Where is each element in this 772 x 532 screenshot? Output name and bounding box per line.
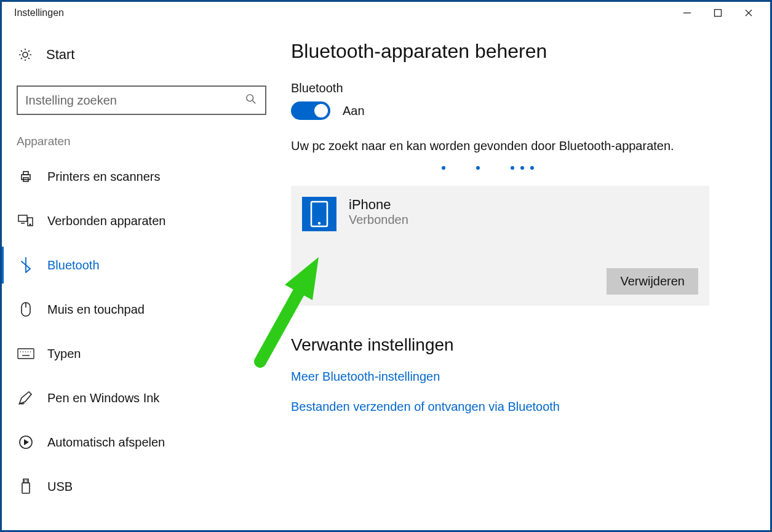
sidebar-item-mouse-touchpad[interactable]: Muis en touchpad	[2, 287, 279, 332]
sidebar-item-label: Muis en touchpad	[47, 303, 145, 317]
page-title: Bluetooth-apparaten beheren	[291, 40, 733, 63]
devices-icon	[17, 214, 35, 228]
sidebar-item-label: Typen	[47, 347, 81, 361]
keyboard-icon	[17, 348, 35, 359]
close-icon	[744, 9, 753, 17]
device-status: Verbonden	[349, 213, 408, 227]
sidebar-item-label: Automatisch afspelen	[47, 435, 165, 450]
svg-point-12	[30, 224, 31, 225]
bluetooth-icon	[17, 257, 35, 273]
mouse-icon	[17, 301, 35, 317]
link-more-bluetooth-settings[interactable]: Meer Bluetooth-instellingen	[291, 370, 733, 384]
sidebar-item-label: USB	[47, 480, 73, 494]
sidebar-section-header: Apparaten	[2, 126, 279, 154]
sidebar-item-bluetooth[interactable]: Bluetooth	[2, 243, 279, 287]
start-home-button[interactable]: Start	[2, 36, 279, 73]
maximize-icon	[714, 9, 722, 17]
autoplay-icon	[17, 435, 35, 450]
toggle-knob	[314, 104, 328, 117]
search-box[interactable]	[17, 85, 266, 115]
svg-rect-15	[18, 349, 34, 359]
minimize-icon	[683, 9, 691, 17]
sidebar-item-typing[interactable]: Typen	[2, 332, 279, 376]
sidebar-item-connected-devices[interactable]: Verbonden apparaten	[2, 199, 279, 243]
printer-icon	[17, 169, 35, 184]
window-controls	[672, 3, 764, 23]
bluetooth-toggle[interactable]	[291, 101, 330, 120]
discovery-status-text: Uw pc zoekt naar en kan worden gevonden …	[291, 137, 685, 155]
sidebar-item-label: Printers en scanners	[47, 170, 160, 184]
svg-rect-9	[18, 215, 27, 221]
link-send-receive-files[interactable]: Bestanden verzenden of ontvangen via Blu…	[291, 400, 733, 414]
svg-point-28	[318, 222, 320, 224]
sidebar: Start Apparaten Printers en scanners	[2, 24, 291, 530]
titlebar: Instellingen	[2, 2, 770, 24]
svg-rect-24	[22, 483, 30, 493]
sidebar-item-label: Verbonden apparaten	[47, 214, 165, 228]
phone-icon	[302, 197, 336, 231]
settings-window: Instellingen Start	[0, 0, 772, 532]
search-icon	[245, 93, 258, 107]
device-card[interactable]: iPhone Verbonden Verwijderen	[291, 186, 709, 306]
sidebar-item-label: Pen en Windows Ink	[47, 391, 159, 405]
svg-line-5	[253, 101, 256, 104]
maximize-button[interactable]	[702, 3, 733, 23]
svg-point-4	[247, 95, 253, 101]
gear-icon	[17, 47, 34, 62]
progress-dots	[291, 160, 685, 176]
remove-device-button[interactable]: Verwijderen	[607, 268, 698, 295]
sidebar-item-autoplay[interactable]: Automatisch afspelen	[2, 420, 279, 464]
svg-rect-7	[23, 172, 28, 175]
sidebar-item-pen-ink[interactable]: Pen en Windows Ink	[2, 376, 279, 420]
related-settings-heading: Verwante instellingen	[291, 335, 733, 355]
usb-icon	[17, 478, 35, 494]
toggle-state-label: Aan	[343, 104, 365, 118]
window-title: Instellingen	[14, 7, 64, 18]
search-input[interactable]	[25, 93, 245, 108]
device-name: iPhone	[349, 197, 408, 213]
svg-rect-6	[22, 175, 30, 180]
sidebar-item-usb[interactable]: USB	[2, 464, 279, 509]
main-pane: Bluetooth-apparaten beheren Bluetooth Aa…	[291, 24, 770, 530]
sidebar-item-label: Bluetooth	[47, 258, 100, 272]
pen-icon	[17, 391, 35, 405]
svg-rect-1	[715, 10, 722, 17]
minimize-button[interactable]	[672, 3, 702, 23]
sidebar-item-printers[interactable]: Printers en scanners	[2, 154, 279, 199]
close-button[interactable]	[733, 3, 764, 23]
bluetooth-label: Bluetooth	[291, 81, 733, 95]
start-label: Start	[46, 47, 74, 63]
